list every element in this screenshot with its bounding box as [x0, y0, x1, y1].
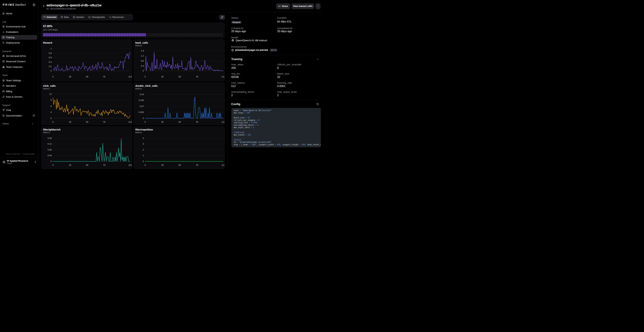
svg-text:12: 12 — [49, 93, 52, 95]
svg-text:0: 0 — [144, 121, 146, 123]
svg-text:113: 113 — [128, 121, 132, 123]
svg-text:0.105: 0.105 — [138, 99, 144, 101]
svg-text:0.4: 0.4 — [49, 61, 52, 63]
svg-text:113: 113 — [222, 164, 224, 166]
svg-text:50: 50 — [178, 164, 181, 166]
svg-text:25: 25 — [161, 121, 164, 123]
svg-text:25: 25 — [161, 164, 164, 166]
svg-text:75: 75 — [196, 164, 198, 166]
svg-text:25: 25 — [161, 75, 164, 78]
svg-text:0.6: 0.6 — [49, 56, 52, 59]
svg-text:0: 0 — [144, 164, 146, 166]
svg-text:0.8: 0.8 — [141, 60, 144, 62]
svg-text:113: 113 — [128, 75, 132, 78]
svg-text:0: 0 — [50, 160, 52, 162]
svg-text:25: 25 — [69, 164, 71, 166]
svg-text:0.08: 0.08 — [48, 148, 52, 151]
svg-text:0.14: 0.14 — [140, 93, 144, 95]
svg-text:0: 0 — [52, 75, 54, 78]
svg-text:0.07: 0.07 — [140, 105, 144, 107]
svg-text:0: 0 — [50, 117, 52, 119]
svg-text:0.4: 0.4 — [141, 65, 144, 67]
svg-text:113: 113 — [128, 164, 132, 166]
svg-text:75: 75 — [103, 121, 105, 123]
svg-text:0: 0 — [143, 160, 144, 162]
svg-text:0: 0 — [143, 70, 144, 72]
svg-text:1: 1 — [143, 154, 144, 157]
svg-text:1.2: 1.2 — [141, 55, 144, 57]
svg-text:25: 25 — [69, 121, 71, 123]
svg-text:75: 75 — [103, 75, 105, 78]
svg-text:50: 50 — [178, 75, 181, 78]
svg-text:0: 0 — [144, 75, 146, 78]
svg-text:75: 75 — [103, 164, 105, 166]
svg-text:75: 75 — [196, 75, 198, 78]
svg-text:1: 1 — [50, 47, 52, 50]
svg-text:113: 113 — [222, 121, 224, 123]
svg-text:0: 0 — [52, 164, 54, 166]
svg-text:0.04: 0.04 — [48, 154, 52, 157]
svg-text:0: 0 — [50, 70, 52, 72]
svg-text:0.8: 0.8 — [49, 52, 52, 54]
svg-text:50: 50 — [86, 121, 88, 123]
svg-text:50: 50 — [86, 75, 88, 78]
svg-text:3: 3 — [143, 143, 144, 145]
svg-text:113: 113 — [222, 75, 224, 78]
svg-text:0.2: 0.2 — [49, 65, 52, 68]
svg-text:1.6: 1.6 — [141, 50, 144, 52]
svg-text:3: 3 — [50, 111, 52, 113]
svg-text:0: 0 — [52, 121, 54, 123]
svg-text:6: 6 — [50, 105, 52, 107]
svg-text:4: 4 — [143, 137, 144, 139]
svg-text:0: 0 — [143, 117, 144, 119]
svg-text:25: 25 — [69, 75, 71, 78]
svg-text:9: 9 — [50, 99, 52, 101]
svg-text:50: 50 — [178, 121, 181, 123]
svg-text:0.035: 0.035 — [138, 111, 144, 113]
svg-text:50: 50 — [86, 164, 88, 166]
svg-text:75: 75 — [196, 121, 198, 123]
svg-text:2: 2 — [143, 148, 144, 151]
svg-text:0.12: 0.12 — [48, 143, 52, 145]
svg-text:0.16: 0.16 — [48, 137, 52, 139]
